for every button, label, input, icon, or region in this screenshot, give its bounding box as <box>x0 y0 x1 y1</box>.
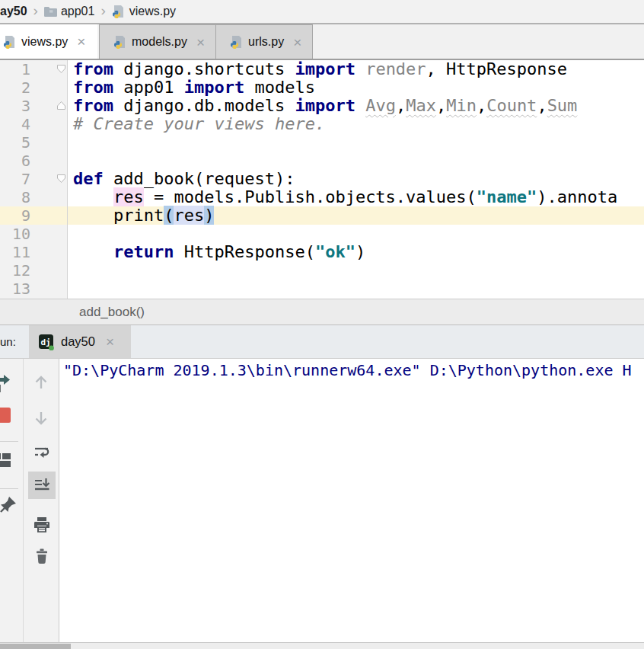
gutter-line-3[interactable]: 3 <box>0 97 67 115</box>
breadcrumb-views-py[interactable]: views.py <box>112 5 176 18</box>
code-token: render <box>355 60 426 78</box>
svg-text:dj: dj <box>40 337 50 347</box>
code-line-11[interactable]: return HttpResponse("ok") <box>68 243 644 261</box>
line-number: 2 <box>0 78 30 97</box>
editor-tab-bar: views.py × models.py × urls.py × <box>0 24 644 60</box>
clear-all-icon[interactable] <box>33 548 50 564</box>
fold-end-icon[interactable] <box>56 101 66 110</box>
chevron-right-icon: › <box>94 2 111 21</box>
rerun-icon[interactable] <box>0 372 13 392</box>
code-token: Min <box>446 96 477 115</box>
tab-urls-py[interactable]: urls.py × <box>216 24 313 59</box>
code-token: , <box>477 96 486 115</box>
python-file-icon <box>230 35 244 49</box>
code-line-2[interactable]: from app01 import models <box>68 78 644 97</box>
breadcrumb-app01[interactable]: app01 <box>44 5 95 18</box>
breadcrumb-project[interactable]: ay50 <box>0 5 27 18</box>
pin-icon[interactable] <box>0 496 17 514</box>
restore-layout-icon[interactable] <box>0 451 11 469</box>
code-token <box>355 96 365 115</box>
horizontal-scrollbar[interactable] <box>0 642 644 649</box>
code-token: = models.Publish.objects.values( <box>144 187 477 206</box>
close-icon[interactable]: × <box>72 34 85 49</box>
gutter-line-11[interactable]: 11 <box>0 243 67 261</box>
code-line-3[interactable]: from django.db.models import Avg,Max,Min… <box>68 97 644 115</box>
code-line-8[interactable]: res = models.Publish.objects.values("nam… <box>68 188 644 206</box>
scrollbar-thumb[interactable] <box>0 644 71 649</box>
code-token: ) <box>355 242 365 261</box>
gutter-line-6[interactable]: 6 <box>0 152 67 170</box>
close-icon[interactable]: × <box>101 334 114 349</box>
gutter-line-13[interactable]: 13 <box>0 280 67 298</box>
line-number: 6 <box>0 152 30 170</box>
toolbar-separator <box>0 441 18 442</box>
toolbar-separator <box>0 488 18 489</box>
folder-icon <box>44 6 57 17</box>
code-line-1[interactable]: from django.shortcuts import render, Htt… <box>68 60 644 78</box>
code-token: # Create your views here. <box>73 114 325 133</box>
line-number: 10 <box>0 225 30 243</box>
close-icon[interactable]: × <box>192 35 205 50</box>
code-line-7[interactable]: def add_book(request): <box>68 170 644 188</box>
gutter-line-10[interactable]: 10 <box>0 225 67 243</box>
code-token: ).annota <box>537 187 617 206</box>
code-line-13[interactable] <box>68 280 644 298</box>
code-token: Count <box>486 96 537 115</box>
code-token: Sum <box>547 96 578 115</box>
gutter-line-7[interactable]: 7 <box>0 170 67 188</box>
gutter-line-9[interactable]: 9 <box>0 206 67 225</box>
tab-views-py[interactable]: views.py × <box>0 24 97 59</box>
print-icon[interactable] <box>33 516 51 534</box>
code-token: res <box>174 206 204 225</box>
breadcrumb-label: app01 <box>61 5 95 18</box>
python-file-icon <box>3 35 17 49</box>
gutter-line-1[interactable]: 1 <box>0 60 67 78</box>
code-line-4[interactable]: # Create your views here. <box>68 115 644 133</box>
fold-collapse-icon[interactable] <box>56 174 66 184</box>
gutter-line-8[interactable]: 8 <box>0 188 67 206</box>
code-token: django.db.models <box>113 96 295 115</box>
run-window-label: un: <box>0 335 26 348</box>
line-number: 9 <box>0 206 30 225</box>
code-line-12[interactable] <box>68 261 644 280</box>
code-editor[interactable]: 12345678910111213 from django.shortcuts … <box>0 60 644 299</box>
code-token: from <box>73 96 113 115</box>
run-tab-day50[interactable]: dj day50 × <box>29 325 131 358</box>
code-token: HttpResponse( <box>174 242 314 261</box>
gutter-line-5[interactable]: 5 <box>0 133 67 152</box>
run-toolbar-inner <box>24 359 59 642</box>
code-line-5[interactable] <box>68 133 644 152</box>
up-arrow-icon[interactable] <box>33 373 49 390</box>
tab-models-py[interactable]: models.py × <box>99 24 216 59</box>
editor-code[interactable]: from django.shortcuts import render, Htt… <box>68 60 644 299</box>
code-token: models <box>244 78 315 97</box>
code-token: res <box>113 187 144 206</box>
gutter-line-12[interactable]: 12 <box>0 261 67 280</box>
code-token: import <box>184 78 244 97</box>
code-token: ( <box>164 206 174 225</box>
code-token: "name" <box>477 187 537 206</box>
code-token: Max <box>406 96 436 115</box>
soft-wrap-icon[interactable] <box>33 443 51 462</box>
gutter-line-4[interactable]: 4 <box>0 115 67 133</box>
code-line-6[interactable] <box>68 152 644 170</box>
fold-collapse-icon[interactable] <box>56 64 66 74</box>
code-token: django.shortcuts <box>113 60 295 78</box>
stop-icon[interactable] <box>0 408 11 423</box>
tab-label: views.py <box>21 35 68 49</box>
code-token: import <box>295 96 355 115</box>
code-line-10[interactable] <box>68 225 644 243</box>
code-token: , <box>436 96 446 115</box>
console-output[interactable]: "D:\PyCharm 2019.1.3\bin\runnerw64.exe" … <box>59 359 644 642</box>
code-token: "ok" <box>315 242 355 261</box>
python-file-icon <box>112 5 126 18</box>
code-token: , <box>396 96 406 115</box>
method-breadcrumb[interactable]: add_book() <box>79 305 145 319</box>
code-line-9[interactable]: print(res) <box>68 206 644 225</box>
scroll-to-end-icon[interactable] <box>33 477 50 494</box>
down-arrow-icon[interactable] <box>33 411 49 427</box>
close-icon[interactable]: × <box>289 35 301 50</box>
editor-gutter[interactable]: 12345678910111213 <box>0 60 68 299</box>
code-token: from <box>73 78 113 97</box>
gutter-line-2[interactable]: 2 <box>0 78 67 97</box>
